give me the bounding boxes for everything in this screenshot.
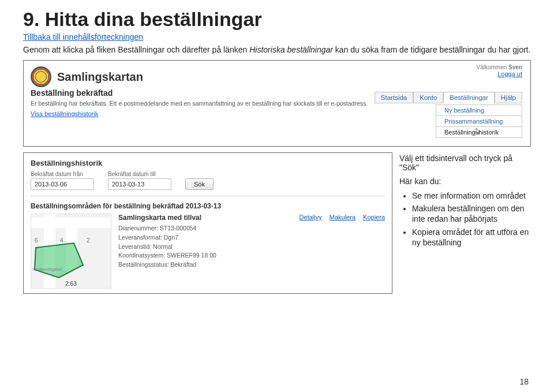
order-meta: Diarienummer: ST13-000054 Leveransformat… [118, 224, 385, 270]
welcome-text: Välkommen Sven [477, 64, 523, 70]
subnav-ny-bestallning[interactable]: Ny beställning [436, 104, 522, 116]
sub-nav: Ny beställning Prissammanställning Bestä… [436, 104, 522, 138]
subnav-historik-label: Beställningshistorik [444, 129, 499, 136]
map-thumbnail: 6 4 2 Smålandsgatan 2:63 [31, 214, 111, 289]
meta-leveransformat: Leveransformat: Dgn7 [118, 233, 385, 242]
welcome-user: Sven [508, 64, 522, 70]
order-actions: Detaljvy Makulera Kopiera [300, 214, 385, 221]
page-heading: 9. Hitta dina beställningar [23, 8, 531, 31]
welcome-prefix: Välkommen [477, 64, 507, 70]
order-row: 6 4 2 Smålandsgatan 2:63 Samlingskarta m… [31, 214, 385, 289]
order-areas-title: Beställningsområden för beställning bekr… [31, 202, 385, 210]
date-from-input[interactable] [31, 178, 94, 190]
stockholm-logo-icon [31, 66, 51, 87]
meta-koordinatsystem: Koordinatsystem: SWEREF99 18 00 [118, 251, 385, 260]
divider [31, 196, 385, 196]
show-history-link[interactable]: Visa beställningshistorik [31, 110, 98, 117]
selection-polygon-icon [33, 242, 85, 280]
meta-leveranstid: Leveranstid: Normal [118, 242, 385, 252]
brand-title: Samlingskartan [57, 70, 143, 84]
meta-status: Beställningsstatus: Bekräftad [118, 260, 385, 270]
order-info: Samlingskarta med tillval Detaljvy Makul… [118, 214, 385, 289]
intro-before: Genom att klicka på fliken Beställningar… [23, 45, 249, 54]
subnav-prissammanstallning[interactable]: Prissammanställning [436, 116, 522, 127]
search-button[interactable]: Sök [185, 178, 214, 190]
tab-konto[interactable]: Konto [413, 92, 443, 103]
intro-italic: Historiska beställningar [249, 45, 333, 54]
bullet-info: Se mer information om området [412, 191, 531, 201]
instructions-aside: Välj ett tidsintervall och tryck på "Sök… [399, 152, 531, 300]
main-nav: Startsida Konto Beställningar Hjälp [375, 92, 522, 103]
svg-marker-0 [35, 243, 83, 278]
history-title: Beställningshistorik [31, 159, 385, 167]
action-kopiera[interactable]: Kopiera [363, 214, 385, 221]
brand-bar: Samlingskartan [31, 66, 523, 87]
intro-after: kan du söka fram de tidigare beställning… [333, 45, 530, 54]
aside-line2: Här kan du: [399, 177, 531, 186]
tab-bestallningar[interactable]: Beställningar [443, 92, 494, 103]
date-from-label: Bekräftat datum från [31, 171, 94, 177]
date-to-label: Bekräftat datum till [108, 171, 171, 177]
cursor-pointer-icon [476, 128, 481, 135]
order-product-name: Samlingskarta med tillval [118, 214, 201, 222]
tab-startsida[interactable]: Startsida [375, 92, 413, 103]
subnav-bestallningshistorik[interactable]: Beställningshistorik [436, 127, 522, 138]
user-panel: Välkommen Sven Logga ut [477, 64, 523, 77]
action-detaljvy[interactable]: Detaljvy [300, 214, 322, 221]
screenshot-order-history: Beställningshistorik Bekräftat datum frå… [23, 152, 392, 294]
logout-link[interactable]: Logga ut [497, 70, 522, 77]
meta-diarienummer: Diarienummer: ST13-000054 [118, 224, 385, 233]
intro-paragraph: Genom att klicka på fliken Beställningar… [23, 45, 531, 54]
bullet-makulera: Makulera beställningen om den inte redan… [412, 203, 531, 224]
instructions-list: Se mer information om området Makulera b… [399, 191, 531, 248]
date-to-input[interactable] [108, 178, 171, 190]
screenshot-order-confirmed: Samlingskartan Välkommen Sven Logga ut S… [23, 60, 531, 147]
aside-line1: Välj ett tidsintervall och tryck på "Sök… [399, 154, 531, 172]
page-number: 18 [519, 377, 529, 386]
map-num-2: 2 [87, 237, 90, 244]
tab-hjalp[interactable]: Hjälp [495, 92, 522, 103]
date-filter-row: Bekräftat datum från Bekräftat datum til… [31, 171, 385, 190]
map-street-label: Smålandsgatan [32, 267, 62, 272]
bullet-kopiera: Kopiera området för att utföra en ny bes… [412, 227, 531, 248]
action-makulera[interactable]: Makulera [330, 214, 355, 221]
toc-back-link[interactable]: Tillbaka till innehållsförteckningen [23, 32, 143, 42]
map-scale: 2:63 [65, 281, 76, 287]
